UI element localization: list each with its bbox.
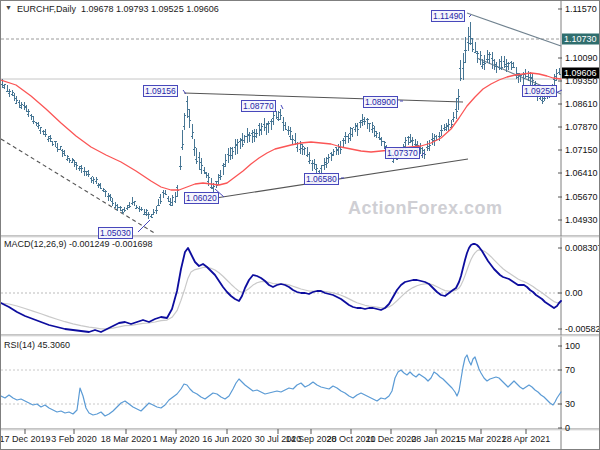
annotation-connector [281,105,283,109]
price-tick-1.06410: 1.06410 [565,168,598,178]
price-annotation-1.11490: 1.11490 [431,10,465,22]
price-annotation-1.06580: 1.06580 [304,173,339,185]
macd-line [1,244,561,332]
channel-upper-line [467,13,561,46]
date-label: 15 Mar 2021 [456,434,507,444]
annotation-connector [138,220,150,232]
price-tick-1.04930: 1.04930 [565,215,598,225]
price-annotation-1.09250: 1.09250 [522,85,557,97]
macd-header: MACD(12,26,9) -0.001249 -0.001698 [4,239,153,249]
old-downtrend-line [1,139,156,234]
date-label: 3 Feb 2020 [51,434,97,444]
date-label: 28 Apr 2021 [502,434,551,444]
price-tick-1.07150: 1.07150 [565,145,598,155]
date-label: 18 Mar 2020 [101,434,152,444]
date-label: 17 Dec 2019 [0,434,51,444]
date-label: 11 Dec 2020 [366,434,416,444]
price-annotation-1.09156: 1.09156 [143,85,178,97]
chart-canvas[interactable] [1,1,600,450]
price-tick-1.08610: 1.08610 [565,99,598,109]
ohlc-values: 1.09678 1.09793 1.09525 1.09606 [81,4,219,14]
rsi-tick-30: 30 [565,399,575,409]
falling-resistance-line [184,93,463,102]
macd-tick--0.005828: -0.005828 [565,324,600,334]
candlestick-series [1,22,561,219]
price-annotation-1.05030: 1.05030 [98,227,133,239]
date-label: 1 May 2020 [152,434,199,444]
price-tick-1.07870: 1.07870 [565,122,598,132]
price-tick-1.05670: 1.05670 [565,192,598,202]
current-price-box: 1.09606 [562,68,599,79]
rsi-header: RSI(14) 45.3060 [4,340,70,350]
price-tick-1.11570: 1.11570 [565,4,597,14]
rsi-line [1,355,561,416]
key-level-box: 1.10730 [562,34,599,45]
macd-tick-0.008307: 0.008307 [565,243,600,253]
chart-title: EURCHF,Daily 1.09678 1.09793 1.09525 1.0… [17,4,219,14]
price-annotation-1.07370: 1.07370 [385,147,420,159]
rsi-tick-0: 0 [565,423,570,433]
collapse-chart-icon[interactable]: ▼ [5,4,12,11]
price-tick-1.10090: 1.10090 [565,53,598,63]
price-annotation-1.08770: 1.08770 [241,100,276,112]
macd-signal-line [1,250,561,329]
macd-tick-0.00: 0.00 [565,288,583,298]
price-annotation-1.08900: 1.08900 [363,96,398,108]
chart-window: ActionForex.com ▼ EURCHF,Daily 1.09678 1… [0,0,600,450]
annotation-connector [469,15,471,17]
symbol-timeframe-label: EURCHF,Daily [17,4,76,14]
rsi-tick-100: 100 [565,341,580,351]
date-label: 16 Jun 2020 [202,434,252,444]
rsi-tick-70: 70 [565,365,575,375]
date-label: 28 Jan 2021 [411,434,461,444]
price-annotation-1.06020: 1.06020 [184,192,219,204]
